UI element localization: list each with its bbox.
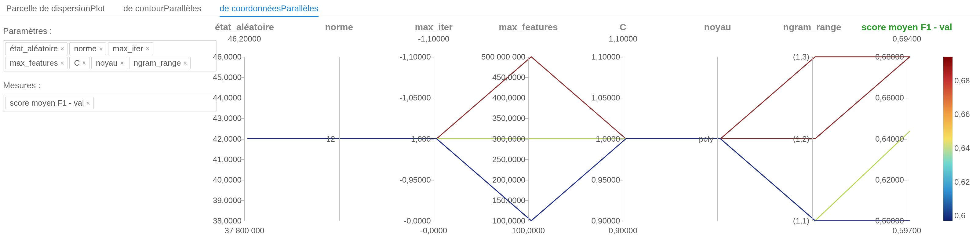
data-line [247, 57, 910, 139]
axis-top-label: 46,20000 [228, 34, 261, 44]
axis-etat_aleatoire[interactable]: état_aléatoire46,2000037 800 00046,00004… [244, 17, 245, 236]
axis-tick: 250,0000 [492, 155, 525, 164]
tab-parallel[interactable]: de coordonnéesParallèles [220, 0, 318, 17]
close-icon[interactable]: × [86, 99, 91, 107]
axis-tick: 150,0000 [492, 195, 525, 205]
axis-tick: 450,0000 [492, 73, 525, 82]
chip[interactable]: état_aléatoire× [5, 43, 67, 55]
axis-max_iter[interactable]: max_iter-1,10000-0,0000-1,10000-1,050001… [434, 17, 434, 236]
axis-tick: (1,2) [793, 134, 809, 144]
chip[interactable]: norme× [69, 43, 106, 55]
close-icon[interactable]: × [146, 45, 150, 53]
chip[interactable]: max_features× [5, 57, 67, 69]
axis-tick: -0,95000 [399, 175, 431, 184]
axis-norme[interactable]: norme12 [339, 17, 339, 236]
chip-label: ngram_range [134, 58, 181, 68]
axis-ngram_range[interactable]: ngram_range(1,3)(1,2)(1,1) [812, 17, 812, 236]
colorbar: 0,680,660,640,620,6 [943, 57, 953, 221]
axis-max_features[interactable]: max_features100,0000500 000 000450,00004… [528, 17, 529, 236]
axis-line [812, 57, 813, 221]
axis-title: noyau [704, 22, 731, 32]
axis-tick: 43,0000 [213, 114, 242, 123]
axis-title: max_features [499, 22, 558, 32]
axis-tick: -1,05000 [399, 93, 431, 103]
chip[interactable]: score moyen F1 - val× [5, 97, 94, 109]
axis-tick: 0,66000 [875, 93, 904, 103]
axis-bottom-label: -0,0000 [420, 226, 447, 235]
chip-label: état_aléatoire [10, 44, 58, 54]
colorbar-tick: 0,64 [955, 143, 970, 153]
axis-title: norme [325, 22, 353, 32]
close-icon[interactable]: × [60, 45, 64, 53]
axis-line [244, 57, 245, 221]
chip-label: norme [74, 44, 97, 54]
data-line [247, 57, 910, 139]
chip[interactable]: ngram_range× [129, 57, 191, 69]
axis-tick: 1,000 [411, 134, 431, 144]
axis-tick: 0,60000 [875, 216, 904, 226]
colorbar-tick: 0,68 [955, 76, 970, 85]
measures-label: Mesures : [3, 81, 217, 90]
axis-C[interactable]: C1,100000,900001,100001,050001,00000,950… [623, 17, 623, 236]
axis-line [434, 57, 434, 221]
axis-tick: (1,3) [793, 52, 809, 62]
close-icon[interactable]: × [82, 59, 86, 67]
close-icon[interactable]: × [60, 59, 64, 67]
chip-label: max_features [10, 58, 58, 68]
axis-tick: poly [699, 134, 714, 144]
axis-tick: 0,62000 [875, 175, 904, 184]
axis-bottom-label: 37 800 000 [224, 226, 264, 235]
chip-label: noyau [96, 58, 118, 68]
axis-tick: 1,10000 [591, 52, 620, 62]
axis-tick: (1,1) [793, 216, 809, 226]
axis-line [528, 57, 529, 221]
axis-tick: 100,0000 [492, 216, 525, 226]
chip[interactable]: C× [69, 57, 89, 69]
colorbar-tick: 0,66 [955, 109, 970, 119]
axis-tick: 350,0000 [492, 114, 525, 123]
params-label: Paramètres : [3, 26, 217, 36]
axis-tick: 0,64000 [875, 134, 904, 144]
tab-scatter[interactable]: Parcelle de dispersionPlot [6, 0, 105, 17]
chip[interactable]: noyau× [91, 57, 127, 69]
axis-line [623, 57, 623, 221]
axis-tick: 0,95000 [591, 175, 620, 184]
data-line [247, 131, 910, 221]
chip-label: max_iter [113, 44, 143, 54]
axis-top-label: 1,10000 [609, 34, 637, 44]
close-icon[interactable]: × [99, 45, 103, 53]
data-line [247, 139, 910, 221]
axis-tick: 400,0000 [492, 93, 525, 103]
axis-tick: 44,0000 [213, 93, 242, 103]
axis-tick: 12 [326, 134, 335, 144]
axis-bottom-label: 0,59700 [892, 226, 921, 235]
axis-line [339, 57, 340, 221]
axis-tick: 300,0000 [492, 134, 525, 144]
axis-tick: -1,10000 [399, 52, 431, 62]
axis-title: max_iter [415, 22, 452, 32]
axis-tick: 38,0000 [213, 216, 242, 226]
tab-contour[interactable]: de contourParallèles [123, 0, 201, 17]
sidebar: Paramètres : état_aléatoire×norme×max_it… [0, 17, 220, 236]
close-icon[interactable]: × [183, 59, 187, 67]
chip[interactable]: max_iter× [108, 43, 153, 55]
axis-bottom-label: 100,0000 [512, 226, 545, 235]
colorbar-tick: 0,62 [955, 177, 970, 187]
close-icon[interactable]: × [120, 59, 124, 67]
axis-title: ngram_range [783, 22, 842, 32]
plot-lines [220, 17, 980, 236]
chip-label: C [74, 58, 80, 68]
measures-chipbox[interactable]: score moyen F1 - val× [3, 95, 217, 111]
parallel-plot[interactable]: état_aléatoire46,2000037 800 00046,00004… [220, 17, 980, 236]
axis-tick: 41,0000 [213, 155, 242, 164]
axis-score[interactable]: score moyen F1 - val0,694000,597000,6800… [907, 17, 907, 236]
colorbar-gradient [943, 57, 953, 221]
chip-label: score moyen F1 - val [10, 98, 84, 108]
params-chipbox[interactable]: état_aléatoire×norme×max_iter×max_featur… [3, 40, 217, 71]
axis-bottom-label: 0,90000 [609, 226, 637, 235]
tabs-bar: Parcelle de dispersionPlot de contourPar… [0, 0, 980, 17]
axis-tick: 1,05000 [591, 93, 620, 103]
axis-title: C [620, 22, 626, 32]
axis-tick: 1,0000 [596, 134, 620, 144]
axis-tick: 40,0000 [213, 175, 242, 184]
